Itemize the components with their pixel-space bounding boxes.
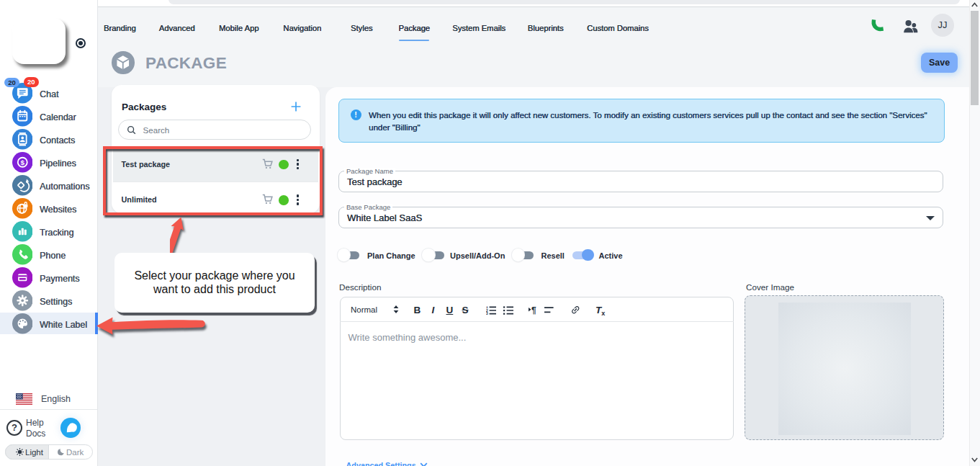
svg-text:3: 3	[486, 312, 488, 315]
svg-text:¶: ¶	[531, 305, 536, 315]
svg-text:$: $	[20, 158, 24, 166]
